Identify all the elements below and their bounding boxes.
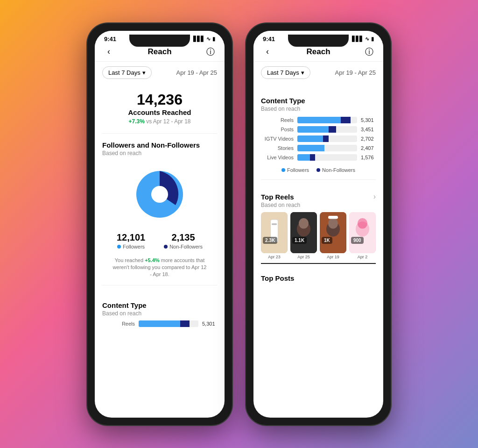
info-button-1[interactable]: ⓘ [204,46,217,57]
top-reels-section: Top Reels Based on reach › [261,185,376,260]
page-title-1: Reach [148,47,171,57]
nonfollowers-label-text: Non-Followers [169,244,203,249]
followers-count: 12,101 [117,232,145,243]
screen-content-1: 14,236 Accounts Reached +7.3% vs Apr 12 … [95,84,225,418]
reel-item-3[interactable]: 900 Apr 2 [349,212,376,260]
top-posts-section: Top Posts [261,263,376,282]
followers-stats: 12,101 Followers 2,135 Non-Fo [102,228,217,253]
chart-legend: Followers Non-Followers [261,164,376,177]
note-positive: +5.4% [145,257,160,263]
info-button-2[interactable]: ⓘ [363,46,376,57]
legend-nonfollowers-dot [316,168,320,172]
date-range-2: Apr 19 - Apr 25 [335,69,376,76]
bar-fill-reels-2 [297,117,351,123]
followers-section-subtitle: Based on reach [102,150,217,156]
svg-point-10 [328,218,338,228]
svg-rect-11 [328,216,338,219]
screen-content-2: Content Type Based on reach Reels [253,84,383,418]
phone-1-screen: 9:41 ▋▋▋ ∿ ▮ ‹ Reach ⓘ Last 7 Days ▾ A [95,31,225,418]
accounts-reached-label: Accounts Reached [102,108,217,116]
signal-icon-2: ▋▋▋ [352,36,363,42]
bar-track-posts [297,126,357,133]
bars-container-2: Reels 5,301 [261,117,376,161]
divider-1 [102,133,217,134]
followers-label-text: Followers [123,244,145,249]
date-filter-dropdown-1[interactable]: Last 7 Days ▾ [102,66,152,79]
content-type-subtitle-1: Based on reach [102,310,217,317]
followers-section: Followers and Non-Followers Based on rea… [102,141,217,282]
reel-thumbnail-0 [261,212,288,254]
back-button-2[interactable]: ‹ [261,47,274,57]
reached-note: You reached +5.4% more accounts that wer… [102,253,217,282]
date-filter-dropdown-2[interactable]: Last 7 Days ▾ [261,66,310,79]
bar-dark-igtv [323,135,329,142]
reel-thumbnail-2 [320,212,346,254]
date-range-1: Apr 19 - Apr 25 [176,69,217,76]
bar-row-igtv: IGTV Videos 2,702 [261,135,376,142]
phone-2-screen: 9:41 ▋▋▋ ∿ ▮ ‹ Reach ⓘ Last 7 Days ▾ A [253,31,383,418]
divider-3 [261,179,376,180]
reel-item-1[interactable]: 1.1K Apr 25 [290,212,317,260]
change-positive: +7.3% [128,118,144,125]
content-type-title-1: Content Type [102,301,217,309]
reel-item-2[interactable]: 1K Apr 19 [320,212,346,260]
filter-label-2: Last 7 Days [267,69,299,76]
divider-2 [102,285,217,285]
reel-image-svg-2 [320,212,346,254]
bars-container-1: Reels 5,301 [102,320,217,327]
legend-followers: Followers [281,167,309,173]
reel-count-2: 1K [322,237,332,244]
change-suffix: vs Apr 12 - Apr 18 [146,118,190,125]
chevron-right-icon[interactable]: › [373,192,376,201]
bar-track-reels-2 [297,117,357,123]
status-time-2: 9:41 [263,36,275,43]
notch-2 [288,35,349,47]
bar-dark-reels-2 [341,117,351,123]
bar-dark-posts [329,126,337,133]
followers-stat: 12,101 Followers [117,232,145,249]
phone-1: 9:41 ▋▋▋ ∿ ▮ ‹ Reach ⓘ Last 7 Days ▾ A [87,23,232,425]
nonfollowers-label: Non-Followers [164,244,203,249]
bar-value-reels-2: 5,301 [361,117,376,123]
phone-2-frame: 9:41 ▋▋▋ ∿ ▮ ‹ Reach ⓘ Last 7 Days ▾ A [246,23,391,425]
status-icons-1: ▋▋▋ ∿ ▮ [193,36,215,42]
bar-label-igtv: IGTV Videos [261,136,294,142]
reel-card-0: 2.3K [261,212,288,254]
bar-value-live: 1,576 [361,155,376,160]
filter-label-1: Last 7 Days [108,69,141,76]
accounts-change: +7.3% vs Apr 12 - Apr 18 [102,118,217,125]
reel-date-3: Apr 2 [349,253,376,259]
bar-value-posts: 3,451 [361,127,376,132]
bar-label-reels-1: Reels [102,321,135,327]
back-button-1[interactable]: ‹ [102,47,115,57]
top-reels-header: Top Reels Based on reach › [261,185,376,208]
bar-track-igtv [297,135,357,142]
phone1-main-content: 14,236 Accounts Reached +7.3% vs Apr 12 … [95,84,225,327]
bar-row-stories: Stories 2,407 [261,145,376,151]
svg-point-1 [151,186,168,203]
bar-light-reels-1 [139,320,180,327]
bar-fill-reels-1 [139,320,190,327]
note-prefix: You reached [115,257,145,263]
bar-label-stories: Stories [261,145,294,151]
reel-image-svg-3 [349,212,376,254]
power-button [228,102,230,128]
reel-card-2: 1K [320,212,346,254]
bar-row-reels-1: Reels 5,301 [102,320,217,327]
status-icons-2: ▋▋▋ ∿ ▮ [352,36,374,42]
nav-bar-2: ‹ Reach ⓘ [253,44,383,62]
reel-item-0[interactable]: 2.3K Apr 23 [261,212,288,260]
followers-label: Followers [117,244,145,249]
pie-chart [129,164,190,225]
svg-point-14 [358,218,367,228]
reel-image-svg-1 [290,212,317,254]
phone-2: 9:41 ▋▋▋ ∿ ▮ ‹ Reach ⓘ Last 7 Days ▾ A [246,23,391,425]
power-button-2 [387,102,389,128]
filter-bar-2: Last 7 Days ▾ Apr 19 - Apr 25 [253,62,383,84]
bar-row-reels-2: Reels 5,301 [261,117,376,123]
battery-icon: ▮ [212,36,215,42]
accounts-reached-section: 14,236 Accounts Reached +7.3% vs Apr 12 … [102,84,217,130]
volume-button [89,92,91,107]
reel-thumbnail-3 [349,212,376,254]
page-title-2: Reach [306,47,330,57]
